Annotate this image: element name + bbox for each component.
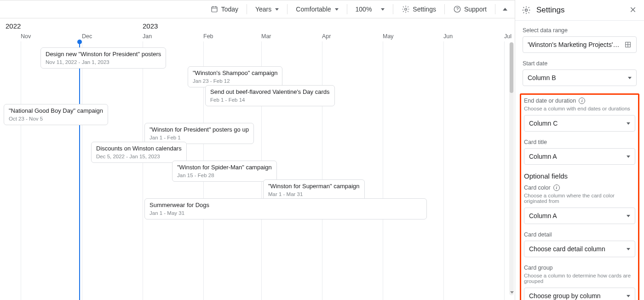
timeline-card[interactable]: Send out beef-flavored Valentine's Day c… <box>205 85 335 106</box>
card-detail-field: Card detail Choose card detail column <box>524 231 635 257</box>
gridline <box>21 41 21 300</box>
timeline-card[interactable]: "Winston's Shampoo" campaignJan 23 - Feb… <box>188 66 282 87</box>
current-date-line <box>79 41 80 300</box>
caret-down-icon <box>627 156 630 158</box>
start-date-select[interactable]: Column B <box>523 69 637 86</box>
card-group-field: Card group Choose a column to determine … <box>524 265 635 300</box>
info-icon[interactable] <box>579 98 585 104</box>
vertical-scrollbar[interactable] <box>509 42 514 295</box>
timeline-card[interactable]: "Winston for Superman" campaignMar 1 - M… <box>263 179 365 201</box>
settings-button[interactable]: Settings <box>397 3 441 16</box>
caret-down-icon <box>275 8 279 11</box>
toolbar-divider <box>287 4 288 14</box>
collapse-button[interactable] <box>499 3 511 16</box>
gridline <box>143 41 143 300</box>
card-title-select[interactable]: Column A <box>524 148 635 165</box>
data-range-field: Select data range 'Winston's Marketing P… <box>523 27 637 53</box>
timeline-card[interactable]: "National Good Boy Day" campaignOct 23 -… <box>4 104 108 125</box>
help-icon <box>453 5 461 13</box>
highlighted-settings-region: End date or duration Choose a column wit… <box>520 93 639 300</box>
card-title: "Winston for President" posters go up <box>150 126 249 134</box>
calendar-today-icon <box>210 5 218 13</box>
range-label: Years <box>255 6 271 13</box>
toolbar-divider <box>347 4 347 14</box>
today-button[interactable]: Today <box>206 3 243 16</box>
card-dates: Jan 23 - Feb 12 <box>193 78 277 85</box>
end-date-label: End date or duration <box>524 98 635 104</box>
settings-body: Select data range 'Winston's Marketing P… <box>515 21 644 300</box>
caret-down-icon <box>628 77 632 79</box>
scroll-thumb[interactable] <box>510 42 513 93</box>
year-label: 2023 <box>143 22 158 30</box>
start-date-value: Column B <box>528 74 556 81</box>
month-label: Jul <box>504 33 512 40</box>
svg-rect-0 <box>212 7 217 12</box>
card-color-hint: Choose a column where the card color ori… <box>524 193 635 204</box>
card-color-label-text: Card color <box>524 185 551 191</box>
card-title-field: Card title Column A <box>524 139 635 165</box>
card-title: Discounts on Winston calendars <box>96 145 182 153</box>
card-dates: Oct 23 - Nov 5 <box>9 115 103 122</box>
start-date-field: Start date Column B <box>523 60 637 86</box>
card-title: "Winston's Shampoo" campaign <box>193 69 277 77</box>
toolbar-divider <box>495 4 495 14</box>
density-select[interactable]: Comfortable <box>291 3 343 16</box>
card-color-value: Column A <box>529 212 557 219</box>
card-group-value: Choose group by column <box>529 292 601 300</box>
close-button[interactable] <box>629 6 637 15</box>
info-icon[interactable] <box>553 185 560 191</box>
timeline-card[interactable]: Design new "Winston for President" poste… <box>40 47 166 69</box>
end-date-label-text: End date or duration <box>524 98 576 104</box>
card-dates: Jan 1 - May 31 <box>150 210 422 217</box>
month-label: Jun <box>443 33 453 40</box>
toolbar-divider <box>247 4 247 14</box>
svg-point-1 <box>405 8 407 11</box>
end-date-field: End date or duration Choose a column wit… <box>524 98 635 132</box>
optional-fields-heading: Optional fields <box>524 172 635 180</box>
timeline-view: 20222023 NovDecJanFebMarAprMayJunJul Des… <box>0 18 515 300</box>
card-title-value: Column A <box>529 153 557 160</box>
timeline-card[interactable]: "Winston for President" posters go upJan… <box>144 123 254 144</box>
card-title-label: Card title <box>524 139 635 145</box>
svg-point-4 <box>525 9 528 12</box>
gear-icon <box>522 6 531 15</box>
year-label: 2022 <box>6 22 21 30</box>
gridline <box>443 41 444 300</box>
card-title: "Winston for Superman" campaign <box>268 183 360 190</box>
timeline-card[interactable]: "Winston for Spider-Man" campaignJan 15 … <box>172 161 277 182</box>
support-label: Support <box>464 6 487 13</box>
zoom-select[interactable]: 100% <box>351 3 390 16</box>
scroll-down-arrow-icon[interactable] <box>510 291 514 294</box>
card-detail-label: Card detail <box>524 231 635 238</box>
card-title: Summerwear for Dogs <box>150 202 422 209</box>
month-label: Dec <box>82 33 92 40</box>
settings-panel: Settings Select data range 'Winston's Ma… <box>515 0 644 300</box>
support-button[interactable]: Support <box>448 3 491 16</box>
range-select[interactable]: Years <box>251 3 283 16</box>
month-label: May <box>383 33 394 40</box>
card-title: Send out beef-flavored Valentine's Day c… <box>210 88 330 96</box>
end-date-value: Column C <box>529 120 558 127</box>
start-date-label: Start date <box>523 60 637 67</box>
card-dates: Feb 1 - Feb 14 <box>210 97 330 104</box>
today-label: Today <box>221 6 238 13</box>
card-title: "National Good Boy Day" campaign <box>9 107 103 115</box>
end-date-select[interactable]: Column C <box>524 115 635 132</box>
card-dates: Mar 1 - Mar 31 <box>268 191 360 198</box>
month-label: Apr <box>322 33 331 40</box>
card-group-hint: Choose a column to determine how cards a… <box>524 273 635 284</box>
timeline-card[interactable]: Summerwear for DogsJan 1 - May 31 <box>144 198 427 219</box>
data-range-input[interactable]: 'Winston's Marketing Projects'!A2: <box>523 36 637 53</box>
caret-down-icon <box>627 215 630 217</box>
card-dates: Jan 15 - Feb 28 <box>177 172 272 179</box>
card-detail-value: Choose card detail column <box>529 245 605 253</box>
card-detail-select[interactable]: Choose card detail column <box>524 241 635 257</box>
timeline-card[interactable]: Discounts on Winston calendarsDec 5, 202… <box>91 142 187 163</box>
card-color-label: Card color <box>524 185 635 191</box>
card-color-select[interactable]: Column A <box>524 208 635 224</box>
card-group-select[interactable]: Choose group by column <box>524 288 635 300</box>
density-label: Comfortable <box>296 6 331 13</box>
settings-header: Settings <box>515 0 644 21</box>
gridline <box>504 41 505 300</box>
caret-down-icon <box>627 295 630 297</box>
